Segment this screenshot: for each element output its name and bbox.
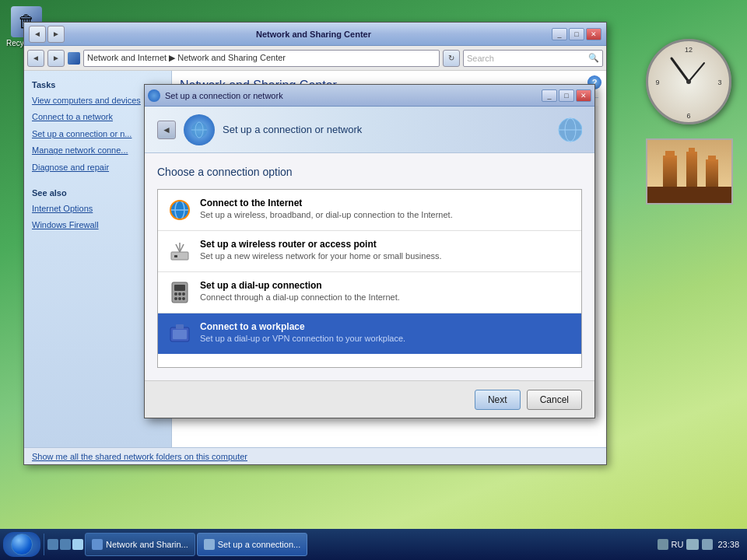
bottom-link-text: Show me all the shared network folders o… xyxy=(32,452,247,461)
tray-icon-1 xyxy=(658,539,668,550)
dialog-icon xyxy=(148,89,160,102)
dialog-header-nav: ◄ xyxy=(157,121,176,139)
clock-widget: 12 3 6 9 xyxy=(646,39,731,124)
option-workplace-text: Connect to a workplace Set up a dial-up … xyxy=(200,321,572,343)
dialog-header-title: Set up a connection or network xyxy=(223,124,362,135)
svg-rect-9 xyxy=(663,156,677,187)
dialog-close-btn[interactable]: ✕ xyxy=(576,89,591,102)
option-dialup-title: Set up a dial-up connection xyxy=(200,280,572,291)
option-internet-text: Connect to the Internet Set up a wireles… xyxy=(200,198,572,219)
minimize-button[interactable]: _ xyxy=(552,28,567,40)
dialog-window: Set up a connection or network _ □ ✕ ◄ S… xyxy=(144,84,595,418)
dialog-header: ◄ Set up a connection or network xyxy=(145,107,594,153)
back-button[interactable]: ◄ xyxy=(27,50,44,67)
taskbar-network-icon xyxy=(92,539,103,550)
option-connect-internet[interactable]: Connect to the Internet Set up a wireles… xyxy=(158,190,581,231)
breadcrumb-text: Network and Internet ▶ Network and Shari… xyxy=(87,53,286,63)
option-wireless-router[interactable]: Set up a wireless router or access point… xyxy=(158,231,581,272)
dialog-titlebar: Set up a connection or network _ □ ✕ xyxy=(145,85,594,107)
svg-rect-32 xyxy=(174,285,185,291)
close-button[interactable]: ✕ xyxy=(586,28,601,40)
svg-text:12: 12 xyxy=(685,46,693,54)
next-button[interactable]: Next xyxy=(475,390,521,410)
dialog-title-left: Set up a connection or network xyxy=(148,89,283,102)
svg-rect-12 xyxy=(689,148,695,153)
language-indicator: RU xyxy=(672,540,684,549)
taskbar-setup-btn[interactable]: Set up a connection... xyxy=(197,533,307,556)
svg-rect-26 xyxy=(171,252,188,260)
window-forward-btn[interactable]: ► xyxy=(47,26,65,43)
svg-rect-14 xyxy=(708,156,716,161)
dialog-body: Choose a connection option Connect to th… xyxy=(145,153,594,380)
svg-line-4 xyxy=(672,58,689,82)
workplace-icon xyxy=(167,321,192,346)
svg-rect-10 xyxy=(665,151,675,157)
option-workplace-desc: Set up a dial-up or VPN connection to yo… xyxy=(200,334,572,343)
system-tray: RU xyxy=(658,539,714,550)
option-internet-title: Connect to the Internet xyxy=(200,198,572,208)
option-workplace-title: Connect to a workplace xyxy=(200,321,572,332)
taskbar-setup-icon xyxy=(204,539,215,550)
svg-rect-41 xyxy=(176,324,184,329)
choose-title: Choose a connection option xyxy=(157,166,582,178)
svg-point-34 xyxy=(178,292,181,296)
dialog-title-text: Set up a connection or network xyxy=(165,91,283,100)
search-placeholder: Search xyxy=(467,54,494,63)
start-orb-icon xyxy=(11,534,33,555)
svg-rect-27 xyxy=(174,255,177,257)
main-window-titlebar: ◄ ► Network and Sharing Center _ □ ✕ xyxy=(24,23,606,46)
dialog-back-btn[interactable]: ◄ xyxy=(157,121,176,139)
svg-point-35 xyxy=(182,292,185,296)
svg-point-33 xyxy=(174,292,177,296)
dialog-header-icon xyxy=(184,114,215,145)
clock-display: 23:38 xyxy=(717,540,739,549)
main-window-controls: _ □ ✕ xyxy=(552,28,601,40)
taskbar-network-label: Network and Sharin... xyxy=(106,540,188,549)
taskbar-right: RU 23:38 xyxy=(658,539,744,550)
refresh-button[interactable]: ↻ xyxy=(443,50,460,67)
option-dialup[interactable]: Set up a dial-up connection Connect thro… xyxy=(158,272,581,313)
svg-text:3: 3 xyxy=(717,79,721,86)
maximize-button[interactable]: □ xyxy=(569,28,584,40)
svg-rect-40 xyxy=(173,330,187,339)
taskbar-setup-label: Set up a connection... xyxy=(218,540,300,549)
svg-point-6 xyxy=(686,79,691,84)
tray-icon-volume xyxy=(702,539,713,550)
option-router-text: Set up a wireless router or access point… xyxy=(200,239,572,261)
internet-icon xyxy=(167,198,192,222)
dialog-footer: Next Cancel xyxy=(145,380,594,418)
taskbar: Network and Sharin... Set up a connectio… xyxy=(0,529,747,560)
dialog-maximize-btn[interactable]: □ xyxy=(559,89,574,102)
forward-button[interactable]: ► xyxy=(47,50,65,67)
svg-rect-13 xyxy=(706,159,718,187)
svg-point-38 xyxy=(182,297,185,300)
photo-widget xyxy=(646,138,733,205)
svg-text:6: 6 xyxy=(686,112,690,120)
taskbar-network-btn[interactable]: Network and Sharin... xyxy=(85,533,195,556)
dialog-title-buttons: _ □ ✕ xyxy=(542,89,591,102)
main-window-title: Network and Sharing Center xyxy=(75,30,552,39)
svg-text:9: 9 xyxy=(655,79,659,86)
router-icon xyxy=(167,239,192,264)
option-router-title: Set up a wireless router or access point xyxy=(200,239,572,250)
search-bar[interactable]: Search 🔍 xyxy=(463,50,603,67)
breadcrumb[interactable]: Network and Internet ▶ Network and Shari… xyxy=(83,50,440,67)
svg-line-5 xyxy=(689,63,704,82)
option-dialup-text: Set up a dial-up connection Connect thro… xyxy=(200,280,572,302)
tray-icon-network xyxy=(686,539,699,550)
dialup-icon xyxy=(167,280,192,305)
bottom-link[interactable]: Show me all the shared network folders o… xyxy=(24,447,606,464)
clock-time: 23:38 xyxy=(717,540,739,549)
option-internet-desc: Set up a wireless, broadband, or dial-up… xyxy=(200,210,572,219)
svg-rect-11 xyxy=(686,152,697,187)
svg-rect-8 xyxy=(647,187,733,205)
svg-point-37 xyxy=(178,297,181,300)
dialog-minimize-btn[interactable]: _ xyxy=(542,89,557,102)
window-back-btn[interactable]: ◄ xyxy=(29,26,46,43)
start-button[interactable] xyxy=(3,532,40,557)
option-workplace[interactable]: Connect to a workplace Set up a dial-up … xyxy=(158,313,581,354)
option-router-desc: Set up a new wireless network for your h… xyxy=(200,251,572,261)
options-list: Connect to the Internet Set up a wireles… xyxy=(157,189,582,368)
address-bar: ◄ ► Network and Internet ▶ Network and S… xyxy=(24,46,606,71)
cancel-button[interactable]: Cancel xyxy=(527,390,582,410)
